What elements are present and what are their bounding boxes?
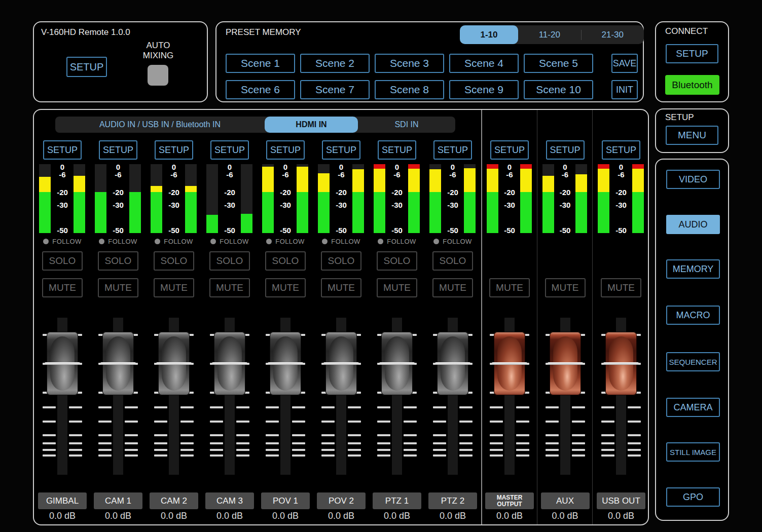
channel-label-gimbal: GIMBAL (38, 492, 87, 509)
setup-button-pov-1[interactable]: SETUP (266, 140, 305, 160)
follow-radio-pov-2[interactable] (322, 239, 328, 244)
scene-button-scene-6[interactable]: Scene 6 (226, 80, 295, 99)
setup-button-aux[interactable]: SETUP (546, 140, 585, 160)
scene-button-scene-3[interactable]: Scene 3 (375, 54, 444, 73)
solo-button-ptz-2[interactable]: SOLO (432, 251, 473, 271)
save-button[interactable]: SAVE (611, 54, 638, 73)
auto-mixing-checkbox[interactable] (148, 65, 168, 86)
app-info-panel: V-160HD Remote 1.0.0 SETUP AUTO MIXING (33, 21, 208, 102)
solo-button-pov-2[interactable]: SOLO (321, 251, 361, 271)
fader-handle-cam-1[interactable] (102, 332, 134, 395)
fader-handle-line (100, 362, 136, 365)
nav-button-still-image[interactable]: STILL IMAGE (666, 442, 720, 462)
nav-button-macro[interactable]: MACRO (666, 306, 720, 325)
scene-button-scene-7[interactable]: Scene 7 (300, 80, 370, 99)
solo-button-cam-3[interactable]: SOLO (209, 251, 250, 271)
nav-button-memory[interactable]: MEMORY (666, 259, 720, 279)
fader-handle-gimbal[interactable] (47, 332, 78, 395)
scene-button-scene-8[interactable]: Scene 8 (375, 80, 444, 99)
follow-radio-gimbal[interactable] (43, 239, 49, 244)
mute-button-cam-3[interactable]: MUTE (209, 278, 250, 297)
nav-button-camera[interactable]: CAMERA (666, 398, 720, 417)
init-button[interactable]: INIT (611, 80, 638, 99)
mute-button-pov-2[interactable]: MUTE (321, 278, 361, 297)
fader-handle-ptz-2[interactable] (437, 332, 468, 395)
fader-handle-usb-out[interactable] (605, 332, 637, 395)
tab-11-20[interactable]: 11-20 (518, 25, 581, 44)
bluetooth-button[interactable]: Bluetooth (665, 75, 719, 95)
mute-button-cam-1[interactable]: MUTE (98, 278, 138, 297)
mute-button-master-output[interactable]: MUTE (489, 278, 530, 297)
follow-radio-ptz-2[interactable] (433, 239, 439, 244)
scene-button-scene-1[interactable]: Scene 1 (226, 54, 295, 73)
setup-button-ptz-1[interactable]: SETUP (378, 140, 416, 160)
fader-tick (266, 442, 279, 444)
channel-strip-master-output: SETUP0-6-20-30-50MUTEMASTER OUTPUT0.0 dB (482, 110, 537, 524)
fader-handle-pov-2[interactable] (325, 332, 357, 395)
fader-handle-aux[interactable] (550, 332, 581, 395)
fader-tick (292, 454, 305, 457)
mute-button-cam-2[interactable]: MUTE (154, 278, 194, 297)
setup-button-gimbal[interactable]: SETUP (43, 140, 82, 160)
mute-button-aux[interactable]: MUTE (545, 278, 586, 297)
setup-button-ptz-2[interactable]: SETUP (433, 140, 472, 160)
connect-setup-button[interactable]: SETUP (666, 44, 718, 63)
fader-tick (292, 406, 305, 408)
fader-tick (236, 434, 249, 436)
mute-button-pov-1[interactable]: MUTE (265, 278, 306, 297)
fader-tick (404, 406, 417, 408)
setup-button-cam-1[interactable]: SETUP (99, 140, 137, 160)
fader-handle-pov-1[interactable] (270, 332, 301, 395)
nav-button-gpo[interactable]: GPO (666, 487, 720, 507)
fader-handle-ptz-1[interactable] (381, 332, 413, 395)
fader-handle-master-output[interactable] (494, 332, 525, 395)
app-setup-button[interactable]: SETUP (66, 57, 107, 77)
menu-button[interactable]: MENU (666, 126, 718, 145)
setup-button-cam-3[interactable]: SETUP (210, 140, 249, 160)
mute-button-gimbal[interactable]: MUTE (42, 278, 83, 297)
follow-radio-cam-3[interactable] (210, 239, 216, 244)
fader-tick (348, 406, 361, 408)
fader-handle-line (492, 362, 527, 365)
scene-button-scene-9[interactable]: Scene 9 (449, 80, 519, 99)
meter-ptz-2: 0-6-20-30-50 (425, 164, 481, 233)
fader-handle-line (323, 362, 359, 365)
setup-button-usb-out[interactable]: SETUP (602, 140, 640, 160)
fader-tick (266, 406, 279, 408)
nav-button-video[interactable]: VIDEO (666, 170, 720, 189)
solo-button-cam-1[interactable]: SOLO (98, 251, 138, 271)
channel-label-usb-out: USB OUT (597, 492, 645, 509)
fader-aux (538, 305, 592, 492)
fader-tick (43, 434, 56, 436)
fader-handle-cam-3[interactable] (214, 332, 245, 395)
tab-1-10[interactable]: 1-10 (460, 25, 518, 44)
mute-button-ptz-2[interactable]: MUTE (432, 278, 473, 297)
fader-handle-cam-2[interactable] (158, 332, 190, 395)
fader-tick (292, 421, 305, 423)
follow-radio-pov-1[interactable] (266, 239, 272, 244)
nav-button-audio[interactable]: AUDIO (666, 215, 720, 234)
scene-button-scene-5[interactable]: Scene 5 (524, 54, 593, 73)
scene-button-scene-10[interactable]: Scene 10 (524, 80, 593, 99)
solo-button-pov-1[interactable]: SOLO (265, 251, 306, 271)
mute-button-usb-out[interactable]: MUTE (601, 278, 641, 297)
fader-tick (210, 406, 223, 408)
fader-tick (628, 449, 641, 451)
follow-radio-ptz-1[interactable] (378, 239, 383, 244)
solo-button-gimbal[interactable]: SOLO (42, 251, 83, 271)
follow-radio-cam-1[interactable] (99, 239, 104, 244)
setup-button-cam-2[interactable]: SETUP (155, 140, 193, 160)
solo-button-ptz-1[interactable]: SOLO (377, 251, 417, 271)
solo-button-cam-2[interactable]: SOLO (154, 251, 194, 271)
tab-21-30[interactable]: 21-30 (582, 25, 644, 44)
fader-tick (459, 406, 473, 408)
setup-button-pov-2[interactable]: SETUP (322, 140, 360, 160)
scene-button-scene-4[interactable]: Scene 4 (449, 54, 519, 73)
fader-tick (125, 449, 138, 451)
setup-button-master-output[interactable]: SETUP (490, 140, 529, 160)
mute-button-ptz-1[interactable]: MUTE (377, 278, 417, 297)
follow-radio-cam-2[interactable] (155, 239, 160, 244)
scene-button-scene-2[interactable]: Scene 2 (300, 54, 370, 73)
fader-tick (236, 454, 249, 457)
nav-button-sequencer[interactable]: SEQUENCER (666, 352, 720, 371)
